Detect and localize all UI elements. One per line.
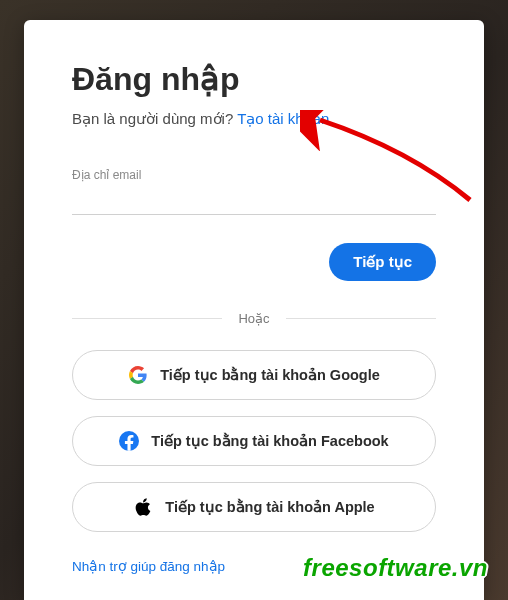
login-help-link[interactable]: Nhận trợ giúp đăng nhập	[72, 558, 225, 574]
login-modal: Đăng nhập Bạn là người dùng mới? Tạo tài…	[24, 20, 484, 600]
continue-row: Tiếp tục	[72, 243, 436, 281]
google-signin-button[interactable]: Tiếp tục bằng tài khoản Google	[72, 350, 436, 400]
divider-text: Hoặc	[222, 311, 285, 326]
email-input[interactable]	[72, 186, 436, 215]
divider: Hoặc	[72, 311, 436, 326]
apple-signin-button[interactable]: Tiếp tục bằng tài khoản Apple	[72, 482, 436, 532]
facebook-icon	[119, 431, 139, 451]
facebook-signin-label: Tiếp tục bằng tài khoản Facebook	[151, 433, 388, 449]
continue-button[interactable]: Tiếp tục	[329, 243, 436, 281]
google-icon	[128, 365, 148, 385]
email-label: Địa chỉ email	[72, 168, 436, 182]
create-account-link[interactable]: Tạo tài khoản	[237, 110, 329, 127]
email-field-group: Địa chỉ email	[72, 168, 436, 215]
google-signin-label: Tiếp tục bằng tài khoản Google	[160, 367, 380, 383]
new-user-prompt: Bạn là người dùng mới? Tạo tài khoản	[72, 110, 436, 128]
facebook-signin-button[interactable]: Tiếp tục bằng tài khoản Facebook	[72, 416, 436, 466]
page-title: Đăng nhập	[72, 60, 436, 98]
apple-signin-label: Tiếp tục bằng tài khoản Apple	[165, 499, 374, 515]
new-user-text: Bạn là người dùng mới?	[72, 110, 237, 127]
apple-icon	[133, 497, 153, 517]
